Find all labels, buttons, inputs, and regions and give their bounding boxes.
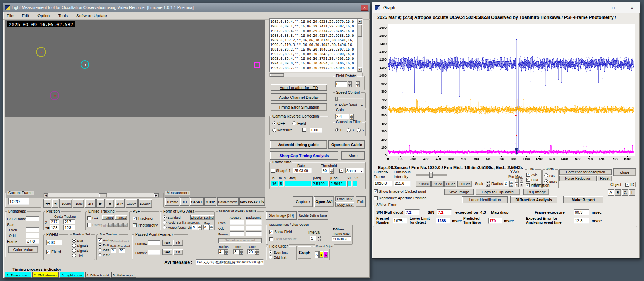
diffraction-analysis-button[interactable]: Diffraction Analysis	[510, 196, 557, 203]
spin-down-icon[interactable]	[350, 117, 354, 120]
capture-button[interactable]: Capture	[293, 196, 313, 207]
spin-down-icon[interactable]	[255, 252, 259, 255]
copy-to-clipboard-button[interactable]: Copy to ClipBoard	[476, 189, 520, 195]
psf-tracking-checkbox[interactable]: Tracking	[133, 216, 153, 220]
id-checkbox[interactable]: ID	[624, 182, 636, 187]
spin-down-icon[interactable]	[198, 228, 202, 230]
open-avi-button[interactable]: Open AVI	[314, 196, 334, 207]
spin-up-icon[interactable]	[350, 114, 354, 117]
bkg-standard-radio[interactable]: Standard	[163, 215, 181, 219]
spin-down-icon[interactable]	[330, 171, 334, 174]
pp-frame2-input[interactable]	[148, 250, 160, 255]
data-remove-button[interactable]: DataRemove	[217, 197, 239, 206]
timing-error-simulation-button[interactable]: Timing Error Simulation	[271, 103, 327, 111]
graph-object-c-button[interactable]: C	[622, 189, 628, 196]
operation-guide-button[interactable]: Operation Guide	[328, 140, 365, 149]
maximize-icon[interactable]: □	[605, 2, 621, 13]
pp-set1-button[interactable]: Set	[162, 240, 172, 246]
bkg-gap-input[interactable]: 0	[203, 225, 209, 230]
one-frame-button[interactable]: 1Frame	[165, 197, 179, 206]
frame-slider-thumb[interactable]	[429, 172, 433, 178]
x-input[interactable]: 217	[50, 219, 59, 224]
px-frame-background-input[interactable]	[246, 231, 262, 236]
radius-graph-input[interactable]: 2	[504, 181, 509, 186]
show-field-checkbox[interactable]: Show Field	[269, 230, 292, 234]
pp-frame1-input[interactable]	[148, 240, 160, 245]
object-a-button[interactable]: A	[315, 251, 319, 258]
menu-file[interactable]: File	[7, 14, 14, 18]
sharpcap-timing-analysis-button[interactable]: SharpCap Timing Analysis	[270, 151, 338, 160]
data-checkbox[interactable]: Data	[526, 178, 538, 182]
interval-input[interactable]: 1	[310, 236, 316, 241]
close-graph-button[interactable]: close	[613, 168, 636, 176]
spin-down-icon[interactable]	[317, 239, 321, 241]
limovie-close-icon[interactable]: ×	[361, 5, 368, 11]
s1-cell[interactable]	[347, 181, 352, 187]
bkg-avoid-radio[interactable]: Avoid Sunlit Face	[163, 220, 193, 224]
posset-tivi-radio[interactable]: TiVi	[72, 254, 83, 257]
play-button[interactable]: ▶	[96, 199, 105, 208]
spin-up-icon[interactable]	[486, 181, 490, 183]
correction-absorption-button[interactable]: Correction for absorption	[559, 169, 612, 175]
bkg-frame-input[interactable]	[26, 216, 39, 221]
timing-step-4[interactable]: 4. Diffraction tit	[85, 272, 110, 278]
noise-reduction-button[interactable]: Noise Reduction	[559, 176, 597, 181]
save-image-button[interactable]: Save Image	[444, 189, 474, 195]
spin-down-icon[interactable]	[224, 252, 228, 255]
radius-input[interactable]: 4	[218, 249, 224, 254]
scroll-down-icon[interactable]	[358, 67, 362, 72]
field-measure-checkbox[interactable]: Field Measure	[269, 237, 297, 241]
stop-button[interactable]: STOP	[204, 197, 216, 206]
set-radius-recorded-button[interactable]: Set radius to recorded	[218, 238, 262, 243]
plus-1sec-nav-button[interactable]: +1Sec	[444, 181, 456, 187]
aperture-marker-target[interactable]	[81, 60, 89, 69]
linked-clr1-button[interactable]: Clr	[113, 223, 118, 227]
graph-titlebar[interactable]: Graph — □ ×	[372, 2, 640, 13]
timing-step-1[interactable]: 1. Time correct	[5, 272, 31, 278]
center-y-input[interactable]: 123	[63, 225, 75, 230]
speed-slider-track[interactable]	[335, 98, 363, 99]
inner-input[interactable]: 3	[233, 249, 239, 254]
posset-signal1-radio[interactable]: Signal1	[72, 244, 88, 248]
measurement-data-list[interactable]: 1985.0,89.4,"",16,06,29.6528,29.6979,16,…	[269, 18, 363, 72]
make-report-button[interactable]: Make Report	[563, 196, 603, 203]
link-checkbox[interactable]: Link	[87, 216, 98, 220]
scrollbar-thumb[interactable]	[270, 73, 284, 77]
gamma-measure-radio[interactable]: Measure	[272, 128, 293, 132]
spin-down-icon[interactable]	[356, 84, 360, 87]
color-value-button[interactable]: Color Value	[8, 246, 38, 253]
end-cell[interactable]: 2.5642	[329, 181, 347, 187]
bkg-meteor-radio[interactable]: Meteor/Lunar Limb	[163, 225, 195, 229]
spin-down-icon[interactable]	[348, 84, 352, 87]
odd-input[interactable]	[26, 233, 39, 238]
spin-up-icon[interactable]	[224, 249, 228, 252]
spin-up-icon[interactable]	[209, 225, 213, 228]
spin-up-icon[interactable]	[515, 178, 519, 183]
sharp41-checkbox[interactable]: Sharp4.1	[271, 169, 291, 173]
load-csv-button[interactable]: Load CSV	[335, 196, 354, 201]
posset-star-radio[interactable]: Star	[72, 239, 83, 243]
px-odd-aperture-input[interactable]	[230, 226, 244, 230]
spin-down-icon[interactable]	[209, 228, 213, 230]
del-button[interactable]: DEL	[180, 197, 189, 206]
spin-up-icon[interactable]	[255, 249, 259, 252]
spin-up-icon[interactable]	[509, 181, 513, 184]
minus-10sec-nav-button[interactable]: -10Sec	[416, 181, 431, 187]
fwhm-fixed-checkbox[interactable]: Fixed	[46, 250, 61, 254]
timing-step-5[interactable]: 5. Make report	[111, 272, 136, 278]
current-frame-input[interactable]: 1020	[8, 198, 29, 205]
gain-input[interactable]: 2.4	[335, 114, 349, 119]
axis-checkbox[interactable]: Axis	[526, 173, 537, 177]
linked-set1-button[interactable]: Set	[108, 223, 113, 227]
scrollbar-thumb[interactable]	[99, 193, 107, 197]
reset-button[interactable]: Reset	[598, 176, 612, 181]
lunar-identification-button[interactable]: Lunar Identification	[462, 196, 508, 203]
rotate-checkbox[interactable]: Rotate	[87, 223, 102, 227]
spin-up-icon[interactable]	[317, 236, 321, 238]
gaussian-0-radio[interactable]: 0	[335, 128, 342, 132]
linked-set2-button[interactable]: Set	[118, 223, 123, 227]
graph-object-l-button[interactable]: L	[629, 189, 635, 196]
start-button[interactable]: START	[190, 197, 204, 206]
spin-down-icon[interactable]	[486, 184, 490, 187]
spin-up-icon[interactable]	[330, 168, 334, 171]
